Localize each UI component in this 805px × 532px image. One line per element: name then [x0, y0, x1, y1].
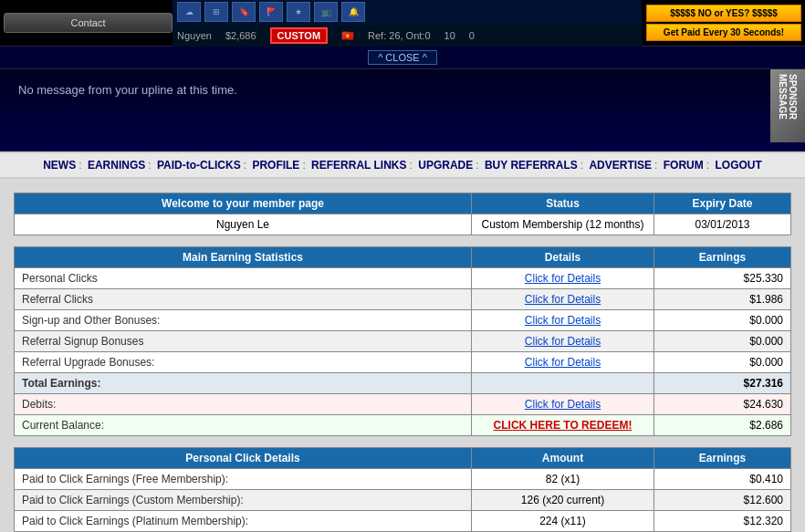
earnings-table: Main Earning Statistics Details Earnings…: [14, 246, 791, 436]
earnings-custom-membership: $12.600: [654, 490, 791, 511]
amount-platinum-membership: 224 (x11): [472, 511, 654, 532]
top-bar-icons: ☁ ⊞ 🔖 🚩 ★ 📺 🔔: [172, 0, 642, 25]
row-label-balance: Current Balance:: [15, 415, 472, 436]
member-username: Nguyen Le: [15, 214, 472, 235]
amount-total: $27.316: [654, 373, 791, 394]
nav-earnings[interactable]: EARNINGS: [88, 159, 145, 172]
row-label-platinum-membership: Paid to Click Earnings (Platinum Members…: [15, 511, 472, 532]
member-col2-header: Status: [472, 193, 654, 214]
row-label-personal-clicks: Personal Clicks: [15, 268, 472, 289]
icon-7: 🔔: [341, 2, 365, 22]
earnings-col3-header: Earnings: [654, 247, 791, 268]
member-status: Custom Membership (12 months): [472, 214, 654, 235]
nav-referral-links[interactable]: REFERRAL LINKS: [311, 159, 406, 172]
detail-link-signup-bonuses[interactable]: Click for Details: [525, 314, 601, 327]
icon-6: 📺: [314, 2, 338, 22]
redeem-link[interactable]: CLICK HERE TO REDEEM!: [494, 419, 632, 432]
table-row-debit: Debits: Click for Details $24.630: [15, 394, 791, 415]
nav-upgrade[interactable]: UPGRADE: [418, 159, 473, 172]
icon-3: 🔖: [232, 2, 256, 22]
table-row: Paid to Click Earnings (Custom Membershi…: [15, 490, 791, 511]
member-col1-header: Welcome to your member page: [15, 193, 472, 214]
top-bar-left: Contact: [4, 13, 172, 33]
main-content: Welcome to your member page Status Expir…: [0, 179, 805, 532]
top-bar-center: ☁ ⊞ 🔖 🚩 ★ 📺 🔔 Nguyen $2,686 CUSTOM 🇻🇳 Re…: [172, 0, 642, 47]
row-label-custom-membership: Paid to Click Earnings (Custom Membershi…: [15, 490, 472, 511]
top-bar: Contact ☁ ⊞ 🔖 🚩 ★ 📺 🔔 Nguyen $2,686 CUST…: [0, 0, 805, 46]
nav-profile[interactable]: PROFILE: [252, 159, 299, 172]
row-label-referral-upgrade: Referral Upgrade Bonuses:: [15, 352, 472, 373]
close-button[interactable]: ^ CLOSE ^: [368, 50, 437, 65]
table-row: Personal Clicks Click for Details $25.33…: [15, 268, 791, 289]
ad-button-1[interactable]: $$$$$ NO or YES? $$$$$: [646, 5, 801, 22]
member-col3-header: Expiry Date: [654, 193, 791, 214]
message-area: No message from your upline at this time…: [0, 69, 805, 151]
nav-forum[interactable]: FORUM: [664, 159, 704, 172]
nav-buy-referrals[interactable]: BUY REFERRALS: [485, 159, 578, 172]
personal-table: Personal Click Details Amount Earnings P…: [14, 447, 791, 532]
icon-2: ⊞: [204, 2, 228, 22]
amount-balance: $2.686: [654, 415, 791, 436]
amount-custom-membership: 126 (x20 current): [472, 490, 654, 511]
table-row: Paid to Click Earnings (Platinum Members…: [15, 511, 791, 532]
table-row-balance: Current Balance: CLICK HERE TO REDEEM! $…: [15, 415, 791, 436]
amount-debits: $24.630: [654, 394, 791, 415]
personal-col3-header: Earnings: [654, 448, 791, 469]
row-label-debits: Debits:: [15, 394, 472, 415]
close-bar: ^ CLOSE ^: [0, 46, 805, 69]
amount-referral-upgrade: $0.000: [654, 352, 791, 373]
table-row: Referral Clicks Click for Details $1.986: [15, 289, 791, 310]
personal-col2-header: Amount: [472, 448, 654, 469]
nav-news[interactable]: NEWS: [43, 159, 76, 172]
ad-button-2[interactable]: Get Paid Every 30 Seconds!: [646, 24, 801, 41]
icon-1: ☁: [177, 2, 201, 22]
table-row: Referral Upgrade Bonuses: Click for Deta…: [15, 352, 791, 373]
nav-advertise[interactable]: ADVERTISE: [589, 159, 652, 172]
detail-link-referral-signup[interactable]: Click for Details: [525, 335, 601, 348]
row-label-signup-bonuses: Sign-up and Other Bonuses:: [15, 310, 472, 331]
nav-bar: NEWS: EARNINGS: PAID-to-CLICKS: PROFILE:…: [0, 151, 805, 179]
member-table: Welcome to your member page Status Expir…: [14, 193, 791, 235]
row-label-free-membership: Paid to Click Earnings (Free Membership)…: [15, 469, 472, 490]
row-label-referral-signup: Referral Signup Bonuses: [15, 331, 472, 352]
personal-col1-header: Personal Click Details: [15, 448, 472, 469]
username-label: Nguyen: [177, 30, 212, 41]
detail-link-personal-clicks[interactable]: Click for Details: [525, 272, 601, 285]
top-bar-right: $$$$$ NO or YES? $$$$$ Get Paid Every 30…: [642, 5, 801, 41]
row-label-referral-clicks: Referral Clicks: [15, 289, 472, 310]
amount-referral-signup: $0.000: [654, 331, 791, 352]
row-label-total: Total Earnings:: [15, 373, 472, 394]
amount-free-membership: 82 (x1): [472, 469, 654, 490]
table-row: Sign-up and Other Bonuses: Click for Det…: [15, 310, 791, 331]
table-row-total: Total Earnings: $27.316: [15, 373, 791, 394]
table-row: Paid to Click Earnings (Free Membership)…: [15, 469, 791, 490]
detail-link-referral-upgrade[interactable]: Click for Details: [525, 356, 601, 369]
earnings-free-membership: $0.410: [654, 469, 791, 490]
earnings-col2-header: Details: [472, 247, 654, 268]
custom-badge: CUSTOM: [270, 27, 328, 44]
upline-message: No message from your upline at this time…: [18, 83, 787, 97]
contact-button[interactable]: Contact: [4, 13, 172, 33]
detail-link-debits[interactable]: Click for Details: [525, 398, 601, 411]
amount-referral-clicks: $1.986: [654, 289, 791, 310]
col6-label: 0: [469, 30, 475, 41]
member-expiry: 03/01/2013: [654, 214, 791, 235]
icon-5: ★: [287, 2, 310, 22]
icon-4: 🚩: [259, 2, 283, 22]
amount-personal-clicks: $25.330: [654, 268, 791, 289]
table-row: Referral Signup Bonuses Click for Detail…: [15, 331, 791, 352]
amount-signup-bonuses: $0.000: [654, 310, 791, 331]
flag-icon: 🇻🇳: [341, 30, 354, 42]
balance-label: $2,686: [225, 30, 256, 41]
earnings-platinum-membership: $12.320: [654, 511, 791, 532]
online-label: 10: [444, 30, 455, 41]
earnings-col1-header: Main Earning Statistics: [15, 247, 472, 268]
nav-logout[interactable]: LOGOUT: [715, 159, 761, 172]
ref-label: Ref: 26, Ont:0: [368, 30, 430, 41]
sponsor-badge: SPONSOR MESSAGE: [770, 69, 805, 142]
top-bar-info: Nguyen $2,686 CUSTOM 🇻🇳 Ref: 26, Ont:0 1…: [172, 25, 642, 47]
detail-link-referral-clicks[interactable]: Click for Details: [525, 293, 601, 306]
nav-ptc[interactable]: PAID-to-CLICKS: [157, 159, 241, 172]
